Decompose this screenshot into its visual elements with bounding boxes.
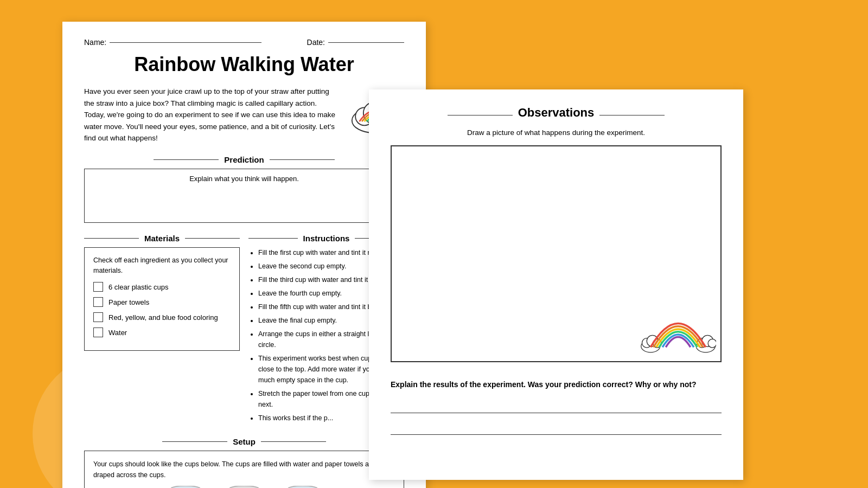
obs-line-right (599, 115, 665, 115)
checkbox-water[interactable] (93, 328, 103, 337)
results-text: Explain the results of the experiment. W… (391, 378, 722, 390)
line-right (270, 159, 335, 160)
worksheet-page2: Observations Draw a picture of what happ… (369, 89, 743, 480)
observations-header-row: Observations (391, 106, 722, 124)
date-field: Date: (307, 38, 404, 47)
date-input-line (328, 42, 404, 43)
name-input-line (110, 42, 261, 43)
materials-instructions-row: Materials Check off each ingredient as y… (84, 234, 404, 426)
name-date-row: Name: Date: (84, 38, 404, 47)
checklist-item-4: Water (93, 328, 231, 337)
materials-title: Materials (144, 234, 180, 243)
svg-point-11 (229, 486, 259, 488)
materials-box: Check off each ingredient as you collect… (84, 247, 240, 351)
cups-illustration (93, 486, 395, 488)
item-paper-towels-label: Paper towels (108, 298, 149, 306)
prediction-subtitle: Explain what you think will happen. (90, 175, 398, 183)
svg-point-8 (171, 486, 200, 488)
checklist-item-2: Paper towels (93, 297, 231, 307)
item-water-label: Water (108, 329, 127, 337)
prediction-box: Explain what you think will happen. (84, 169, 404, 223)
draw-box (391, 145, 722, 362)
answer-line-2 (391, 423, 722, 435)
observations-title: Observations (518, 106, 595, 120)
cup-1 (167, 486, 205, 488)
materials-column: Materials Check off each ingredient as y… (84, 234, 240, 426)
item-food-coloring-label: Red, yellow, and blue food coloring (108, 313, 218, 322)
setup-line-right (261, 441, 326, 442)
cup-2 (225, 486, 263, 488)
materials-desc: Check off each ingredient as you collect… (93, 255, 231, 276)
cup-3 (284, 486, 322, 488)
checkbox-cups[interactable] (93, 282, 103, 292)
inst-line-left (248, 238, 298, 239)
corner-rainbow-icon (640, 295, 716, 357)
name-field: Name: (84, 38, 261, 47)
answer-line-1 (391, 401, 722, 413)
item-cups-label: 6 clear plastic cups (108, 283, 169, 291)
name-label: Name: (84, 38, 106, 47)
intro-section: Have you ever seen your juice crawl up t… (84, 86, 404, 144)
mat-line-left (84, 238, 139, 239)
page-title: Rainbow Walking Water (84, 53, 404, 76)
setup-box: Your cups should look like the cups belo… (84, 451, 404, 488)
intro-text: Have you ever seen your juice crawl up t… (84, 86, 336, 144)
checklist-item-1: 6 clear plastic cups (93, 282, 231, 292)
observations-subtitle: Draw a picture of what happens during th… (391, 129, 722, 137)
checklist-item-3: Red, yellow, and blue food coloring (93, 312, 231, 322)
date-label: Date: (307, 38, 325, 47)
setup-text: Your cups should look like the cups belo… (93, 459, 395, 480)
checkbox-food-coloring[interactable] (93, 312, 103, 322)
obs-line-left (448, 115, 513, 115)
instructions-title: Instructions (303, 234, 350, 243)
setup-header-row: Setup (84, 437, 404, 446)
svg-point-22 (708, 339, 716, 348)
setup-title: Setup (233, 437, 256, 446)
mat-line-right (185, 238, 240, 239)
svg-point-14 (288, 486, 317, 488)
prediction-title: Prediction (224, 155, 264, 164)
checkbox-paper-towels[interactable] (93, 297, 103, 307)
line-left (154, 159, 219, 160)
prediction-header: Prediction (84, 155, 404, 164)
materials-header-row: Materials (84, 234, 240, 243)
setup-line-left (162, 441, 227, 442)
